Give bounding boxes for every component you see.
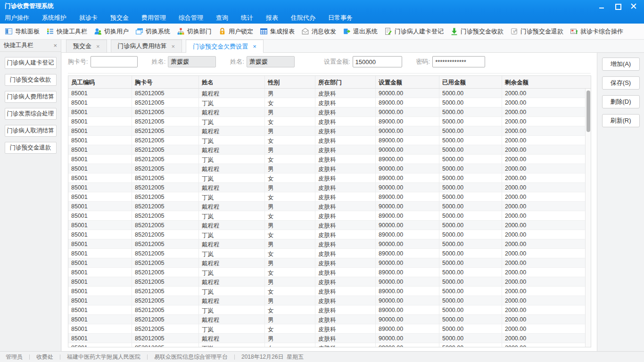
status-date: 2018年12月26日 星期五 [241, 353, 304, 361]
toolbar-prepay-collect[interactable]: 门诊预交金收款 [450, 27, 504, 36]
maximize-icon[interactable] [615, 3, 620, 9]
tab-close-icon[interactable]: × [172, 43, 175, 50]
col-employee-code[interactable]: 员工编码 [68, 76, 132, 88]
col-name[interactable]: 姓名 [199, 76, 265, 88]
table-row[interactable]: 85001 852012005 丁岚 女 皮肤科 89000.00 5000.0… [68, 305, 586, 315]
table-row[interactable]: 85001 852012005 戴程程 男 皮肤科 90000.00 5000.… [68, 334, 586, 343]
toolbar-switch-system[interactable]: 切换系统 [135, 27, 170, 36]
table-row[interactable]: 85001 852012005 丁岚 女 皮肤科 89000.00 5000.0… [68, 155, 586, 164]
table-scrollbar-thumb[interactable] [586, 90, 590, 132]
toolbar-quick-toolbar[interactable]: 快捷工具栏 [46, 27, 87, 36]
col-used-amount[interactable]: 已用金额 [439, 76, 502, 88]
table-row[interactable]: 85001 852012005 丁岚 女 皮肤科 89000.00 5000.0… [68, 230, 586, 239]
sidebar-btn-invoice-process[interactable]: 门诊发票综合处理 [5, 108, 57, 120]
table-row[interactable]: 85001 852012005 丁岚 女 皮肤科 89000.00 5000.0… [68, 136, 586, 145]
tab-patient-fee-settlement[interactable]: 门诊病人费用结算 × [111, 40, 182, 52]
col-set-amount[interactable]: 设置金额 [376, 76, 439, 88]
switch-user-icon [94, 27, 102, 35]
toolbar-prepay-refund[interactable]: ¥ 门诊预交金退款 [510, 27, 563, 36]
menu-reports[interactable]: 报表 [266, 14, 278, 22]
switch-system-icon [135, 27, 143, 35]
tab-prepayment[interactable]: 预交金 × [66, 40, 107, 52]
amount-input[interactable] [353, 56, 402, 67]
table-row[interactable]: 85001 852012005 戴程程 男 皮肤科 90000.00 5000.… [68, 107, 586, 117]
toolbar-card-operations[interactable]: 就诊卡综合操作 [570, 27, 623, 36]
card-ops-icon [570, 27, 578, 35]
table-row[interactable]: 85001 852012005 戴程程 男 皮肤科 90000.00 5000.… [68, 258, 586, 268]
sidebar-btn-prepay-refund[interactable]: 门诊预交金退款 [5, 142, 57, 154]
table-row[interactable]: 85001 852012005 戴程程 男 皮肤科 90000.00 5000.… [68, 202, 586, 211]
menu-statistics[interactable]: 统计 [241, 14, 253, 22]
table-row[interactable]: 85001 852012005 丁岚 女 皮肤科 89000.00 5000.0… [68, 98, 586, 107]
table-row[interactable]: 85001 852012005 丁岚 女 皮肤科 89000.00 5000.0… [68, 343, 586, 347]
minimize-icon[interactable] [599, 3, 604, 9]
arrears-table: 员工编码 胸卡号 姓名 性别 所在部门 设置金额 已用金额 剩余金额 85001… [68, 75, 591, 347]
menu-query[interactable]: 查询 [216, 14, 228, 22]
message-icon [301, 27, 309, 35]
toolbar-nav-panel[interactable]: 导航面板 [5, 27, 40, 36]
table-row[interactable]: 85001 852012005 戴程程 男 皮肤科 90000.00 5000.… [68, 164, 586, 173]
delete-button[interactable]: 删除(D) [602, 95, 640, 108]
quick-tools-sidebar: 快捷工具栏 × 门诊病人建卡登记 门诊预交金收款 门诊病人费用结算 门诊发票综合… [0, 40, 61, 351]
col-department[interactable]: 所在部门 [315, 76, 376, 88]
table-row[interactable]: 85001 852012005 戴程程 男 皮肤科 90000.00 5000.… [68, 126, 586, 136]
sidebar-btn-cancel-settle[interactable]: 门诊病人取消结算 [5, 125, 57, 137]
table-row[interactable]: 85001 852012005 丁岚 女 皮肤科 89000.00 5000.0… [68, 268, 586, 277]
tab-close-icon[interactable]: × [96, 43, 100, 50]
table-row[interactable]: 85001 852012005 戴程程 男 皮肤科 90000.00 5000.… [68, 183, 586, 192]
table-row[interactable]: 85001 852012005 丁岚 女 皮肤科 89000.00 5000.0… [68, 117, 586, 126]
table-row[interactable]: 85001 852012005 戴程程 男 皮肤科 90000.00 5000.… [68, 239, 586, 249]
password-input[interactable] [432, 56, 485, 67]
table-row[interactable]: 85001 852012005 丁岚 女 皮肤科 89000.00 5000.0… [68, 324, 586, 334]
status-hospital: 福建中医药大学附属人民医院 [67, 353, 140, 361]
status-separator [234, 354, 235, 360]
menu-system-maintenance[interactable]: 系统维护 [42, 14, 66, 22]
table-row[interactable]: 85001 852012005 戴程程 男 皮肤科 90000.00 5000.… [68, 145, 586, 155]
menu-visit-card[interactable]: 就诊卡 [79, 14, 98, 22]
add-button[interactable]: 增加(A) [602, 58, 640, 71]
col-remaining-amount[interactable]: 剩余金额 [502, 76, 591, 88]
app-title: 门诊收费管理系统 [5, 2, 54, 10]
table-row[interactable]: 85001 852012005 丁岚 女 皮肤科 89000.00 5000.0… [68, 287, 586, 296]
toolbar: 导航面板 快捷工具栏 切换用户 切换系统 切换部门 用户锁定 集成报表 消息收发… [0, 24, 644, 40]
toolbar-switch-user[interactable]: 切换用户 [94, 27, 129, 36]
quick-toolbar-icon [46, 27, 54, 35]
toolbar-switch-dept[interactable]: 切换部门 [177, 27, 212, 36]
tab-close-icon[interactable]: × [253, 43, 256, 50]
col-card-no[interactable]: 胸卡号 [132, 76, 199, 88]
toolbar-messages[interactable]: 消息收发 [301, 27, 336, 36]
card-no-input[interactable] [91, 56, 138, 67]
table-row[interactable]: 85001 852012005 戴程程 男 皮肤科 90000.00 5000.… [68, 89, 586, 98]
sidebar-btn-register-card[interactable]: 门诊病人建卡登记 [5, 57, 57, 69]
menu-prepayment[interactable]: 预交金 [110, 14, 129, 22]
toolbar-integrated-reports[interactable]: 集成报表 [260, 27, 295, 36]
table-row[interactable]: 85001 852012005 戴程程 男 皮肤科 90000.00 5000.… [68, 296, 586, 305]
refresh-button[interactable]: 刷新(R) [602, 114, 640, 127]
sidebar-btn-fee-settle[interactable]: 门诊病人费用结算 [5, 91, 57, 103]
switch-dept-icon [177, 27, 185, 35]
col-gender[interactable]: 性别 [265, 76, 315, 88]
table-row[interactable]: 85001 852012005 丁岚 女 皮肤科 89000.00 5000.0… [68, 249, 586, 258]
report-grid-icon [260, 27, 268, 35]
save-button[interactable]: 保存(S) [602, 76, 640, 90]
menu-inpatient-agency[interactable]: 住院代办 [291, 14, 315, 22]
table-row[interactable]: 85001 852012005 丁岚 女 皮肤科 89000.00 5000.0… [68, 211, 586, 221]
tab-prepay-arrears-setting[interactable]: 门诊预交金欠费设置 × [186, 40, 264, 53]
close-icon[interactable] [631, 3, 636, 9]
menu-fee-management[interactable]: 费用管理 [141, 14, 166, 22]
menu-daily-affairs[interactable]: 日常事务 [328, 14, 353, 22]
table-row[interactable]: 85001 852012005 丁岚 女 皮肤科 89000.00 5000.0… [68, 192, 586, 202]
toolbar-patient-card-register[interactable]: 门诊病人建卡登记 [384, 27, 444, 36]
table-row[interactable]: 85001 852012005 戴程程 男 皮肤科 90000.00 5000.… [68, 315, 586, 324]
menu-comprehensive-management[interactable]: 综合管理 [179, 14, 203, 22]
title-bar: 门诊收费管理系统 [0, 0, 644, 12]
toolbar-user-lock[interactable]: 用户锁定 [218, 27, 253, 36]
menu-user-operations[interactable]: 用户操作 [5, 14, 29, 22]
table-scrollbar[interactable] [585, 89, 591, 347]
sidebar-close-icon[interactable]: × [53, 42, 57, 49]
sidebar-btn-prepay-collect[interactable]: 门诊预交金收款 [5, 74, 57, 86]
table-row[interactable]: 85001 852012005 戴程程 男 皮肤科 90000.00 5000.… [68, 221, 586, 230]
toolbar-exit-system[interactable]: 退出系统 [343, 27, 378, 36]
table-row[interactable]: 85001 852012005 戴程程 男 皮肤科 90000.00 5000.… [68, 277, 586, 287]
table-row[interactable]: 85001 852012005 丁岚 女 皮肤科 89000.00 5000.0… [68, 173, 586, 183]
